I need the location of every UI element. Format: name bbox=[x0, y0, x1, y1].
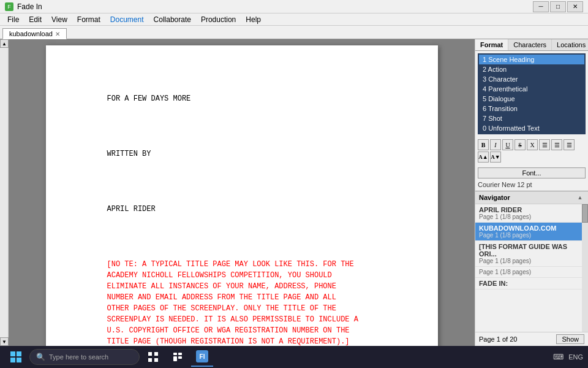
bold-btn[interactable]: B bbox=[478, 139, 489, 150]
nav-item-kubadownload[interactable]: KUBADOWNLOAD.COM Page 1 (1/8 pages) bbox=[475, 223, 588, 241]
format-item-character[interactable]: 3 Character bbox=[479, 74, 584, 84]
allcaps-btn[interactable]: X bbox=[527, 139, 538, 150]
title-bar: F Fade In ─ □ ✕ bbox=[0, 0, 588, 13]
menu-production[interactable]: Production bbox=[196, 14, 241, 25]
nav-item-sub: Page 1 (1/8 pages) bbox=[479, 232, 584, 239]
format-item-scene-heading[interactable]: 1 Scene Heading bbox=[479, 55, 584, 64]
nav-scrollbar[interactable] bbox=[582, 204, 588, 332]
nav-item-april-rider[interactable]: APRIL RIDER Page 1 (1/8 pages) bbox=[475, 204, 588, 223]
menu-format[interactable]: Format bbox=[72, 14, 105, 25]
taskbar-search-box[interactable]: 🔍 Type here to search bbox=[29, 349, 140, 365]
windows-logo-icon bbox=[10, 351, 21, 362]
tab-label: kubadownload bbox=[9, 30, 53, 37]
tab-close-icon[interactable]: ✕ bbox=[55, 31, 60, 37]
svg-rect-0 bbox=[10, 351, 15, 356]
tab-locations[interactable]: Locations bbox=[552, 39, 588, 50]
svg-rect-6 bbox=[148, 358, 152, 362]
svg-rect-4 bbox=[148, 352, 152, 356]
svg-rect-8 bbox=[173, 353, 177, 355]
svg-rect-5 bbox=[154, 352, 158, 356]
app-title: Fade In bbox=[17, 2, 42, 11]
keyboard-icon[interactable]: ⌨ bbox=[553, 353, 564, 361]
taskbar-search-text: Type here to search bbox=[49, 353, 108, 361]
title-line: FOR A FEW DAYS MORE bbox=[107, 94, 191, 103]
svg-rect-3 bbox=[17, 358, 21, 362]
format-item-unformatted[interactable]: 0 Unformatted Text bbox=[479, 123, 584, 133]
navigator-footer: Page 1 of 20 Show bbox=[475, 332, 588, 346]
app-icon: F bbox=[5, 2, 13, 11]
font-size-down-btn[interactable]: A▼ bbox=[490, 151, 501, 163]
navigator-title: Navigator bbox=[479, 194, 510, 201]
font-size-up-btn[interactable]: A▲ bbox=[478, 151, 489, 163]
widgets-btn[interactable] bbox=[167, 347, 189, 367]
task-view-icon bbox=[148, 352, 158, 362]
tab-characters[interactable]: Characters bbox=[508, 39, 552, 50]
document-area[interactable]: FOR A FEW DAYS MORE WRITTEN BY APRIL RID… bbox=[9, 39, 475, 346]
format-item-parenthetical[interactable]: 4 Parenthetical bbox=[479, 84, 584, 94]
taskbar: 🔍 Type here to search FI ⌨ ENG bbox=[0, 346, 588, 368]
formatting-toolbar: B I U S X ☰ ☰ ☰ A▲ A▼ bbox=[475, 137, 588, 165]
task-view-btn[interactable] bbox=[142, 347, 164, 367]
screenplay-content: FOR A FEW DAYS MORE WRITTEN BY APRIL RID… bbox=[107, 82, 389, 346]
strikethrough-btn[interactable]: S bbox=[514, 139, 526, 150]
panel-tabs: Format Characters Locations Other bbox=[475, 39, 588, 51]
title-bar-controls: ─ □ ✕ bbox=[533, 1, 583, 12]
align-left-btn[interactable]: ☰ bbox=[539, 139, 550, 150]
nav-item-blank[interactable]: Page 1 (1/8 pages) bbox=[475, 267, 588, 278]
scroll-track bbox=[0, 48, 8, 337]
show-button[interactable]: Show bbox=[556, 334, 584, 344]
nav-scroll-thumb bbox=[582, 204, 588, 223]
italic-btn[interactable]: I bbox=[490, 139, 501, 150]
svg-rect-1 bbox=[17, 351, 21, 356]
svg-rect-10 bbox=[173, 356, 177, 361]
doc-scrollbar[interactable]: ▲ ▼ bbox=[0, 39, 9, 346]
font-button[interactable]: Font... bbox=[478, 167, 586, 178]
align-center-btn[interactable]: ☰ bbox=[551, 139, 562, 150]
start-button[interactable] bbox=[5, 347, 27, 367]
format-item-shot[interactable]: 7 Shot bbox=[479, 113, 584, 123]
page-info: Page 1 of 20 bbox=[479, 335, 517, 343]
menu-file[interactable]: File bbox=[2, 14, 24, 25]
svg-rect-11 bbox=[178, 356, 182, 359]
menu-edit[interactable]: Edit bbox=[24, 14, 47, 25]
nav-item-fade-in[interactable]: FADE IN: bbox=[475, 278, 588, 289]
tab-bar: kubadownload ✕ bbox=[0, 26, 588, 39]
title-bar-left: F Fade In bbox=[5, 2, 42, 11]
tab-format[interactable]: Format bbox=[475, 39, 508, 50]
minimize-button[interactable]: ─ bbox=[533, 1, 549, 12]
menu-document[interactable]: Document bbox=[105, 14, 149, 25]
navigator-collapse-btn[interactable]: ▲ bbox=[576, 193, 584, 202]
format-list: 1 Scene Heading 2 Action 3 Character 4 P… bbox=[478, 53, 586, 134]
svg-rect-9 bbox=[178, 353, 182, 355]
author-name-1: APRIL RIDER bbox=[107, 205, 156, 213]
nav-item-title: APRIL RIDER bbox=[479, 206, 584, 213]
nav-item-sub: Page 1 (1/8 pages) bbox=[479, 269, 584, 275]
scroll-up-btn[interactable]: ▲ bbox=[0, 39, 9, 48]
tab-kubadownload[interactable]: kubadownload ✕ bbox=[2, 28, 67, 39]
main-layout: ▲ ▼ FOR A FEW DAYS MORE WRITTEN BY APRIL… bbox=[0, 39, 588, 346]
nav-item-title: FADE IN: bbox=[479, 280, 584, 287]
nav-item-sub: Page 1 (1/8 pages) bbox=[479, 258, 584, 264]
svg-rect-2 bbox=[10, 358, 15, 362]
navigator-header: Navigator ▲ bbox=[475, 191, 588, 204]
menu-help[interactable]: Help bbox=[241, 14, 266, 25]
maximize-button[interactable]: □ bbox=[550, 1, 566, 12]
note-block: [NO TE: A TYPICAL TITLE PAGE MAY LOOK LI… bbox=[107, 260, 358, 346]
fadein-app-icon: FI bbox=[196, 350, 208, 362]
navigator-scroll-area[interactable]: APRIL RIDER Page 1 (1/8 pages) KUBADOWNL… bbox=[475, 204, 588, 332]
language-label: ENG bbox=[568, 353, 583, 361]
align-right-btn[interactable]: ☰ bbox=[564, 139, 575, 150]
menu-collaborate[interactable]: Collaborate bbox=[149, 14, 196, 25]
underline-btn[interactable]: U bbox=[502, 139, 513, 150]
font-label: Courier New 12 pt bbox=[475, 181, 588, 191]
menu-view[interactable]: View bbox=[47, 14, 72, 25]
format-item-transition[interactable]: 6 Transition bbox=[479, 104, 584, 113]
close-button[interactable]: ✕ bbox=[567, 1, 583, 12]
nav-item-format-guide[interactable]: [THIS FORMAT GUIDE WAS ORI... Page 1 (1/… bbox=[475, 241, 588, 267]
format-item-action[interactable]: 2 Action bbox=[479, 64, 584, 74]
nav-item-title: [THIS FORMAT GUIDE WAS ORI... bbox=[479, 243, 584, 258]
menu-bar: File Edit View Format Document Collabora… bbox=[0, 13, 588, 26]
format-item-dialogue[interactable]: 5 Dialogue bbox=[479, 94, 584, 104]
taskbar-fadein-app[interactable]: FI bbox=[191, 347, 213, 367]
scroll-down-btn[interactable]: ▼ bbox=[0, 337, 9, 346]
